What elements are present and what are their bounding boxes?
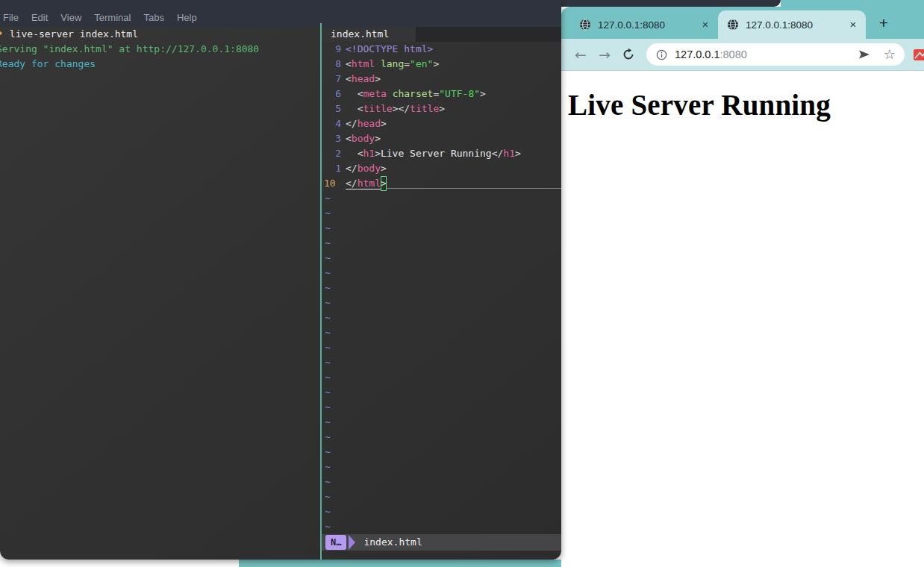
vim-tabline: index.html bbox=[322, 27, 561, 42]
vim-empty-line: ~ bbox=[322, 385, 561, 400]
vim-code-line: 4</head> bbox=[322, 116, 561, 131]
vim-code-segment: </ bbox=[346, 161, 358, 176]
vim-pane[interactable]: index.html 9<!DOCTYPE html>8<html lang="… bbox=[322, 23, 561, 560]
bookmark-star-icon[interactable]: ☆ bbox=[884, 48, 896, 61]
powerline-chevron-icon bbox=[349, 535, 355, 550]
vim-line-number: 3 bbox=[322, 131, 346, 146]
prompt-chevron-icon bbox=[0, 28, 4, 38]
vim-tab-label[interactable]: index.html bbox=[322, 27, 416, 42]
vim-empty-line: ~ bbox=[322, 474, 561, 489]
vim-empty-line: ~ bbox=[322, 370, 561, 385]
vim-cursor: > bbox=[381, 176, 387, 191]
forward-button[interactable]: → bbox=[596, 45, 614, 64]
vim-empty-line: ~ bbox=[322, 310, 561, 325]
vim-code-segment: < bbox=[346, 131, 352, 146]
vim-statusline: N… index.html bbox=[322, 534, 561, 551]
menu-item-help[interactable]: Help bbox=[175, 12, 205, 23]
shell-pane[interactable]: live-server index.htmlServing "index.htm… bbox=[0, 23, 320, 560]
url-port: :8080 bbox=[719, 48, 746, 60]
vim-empty-line: ~ bbox=[322, 325, 561, 340]
globe-favicon-icon bbox=[579, 19, 591, 31]
vim-code-segment: h1 bbox=[363, 146, 375, 161]
vim-empty-line: ~ bbox=[322, 340, 561, 355]
extension-icon[interactable] bbox=[914, 48, 924, 61]
vim-code-segment: lang bbox=[381, 57, 404, 72]
vim-tilde: ~ bbox=[322, 474, 331, 489]
address-bar[interactable]: 127.0.0.1 :8080 ☆ bbox=[646, 43, 905, 66]
browser-tab-1[interactable]: 127.0.0.1:8080× bbox=[570, 10, 718, 39]
menu-item-edit[interactable]: Edit bbox=[29, 12, 56, 23]
reload-icon bbox=[622, 48, 635, 61]
vim-code-segment: h1 bbox=[503, 146, 515, 161]
vim-empty-line: ~ bbox=[322, 504, 561, 519]
shell-command: live-server index.html bbox=[4, 28, 138, 40]
tab-close-button[interactable]: × bbox=[846, 18, 860, 31]
vim-code-line: 8<html lang="en"> bbox=[322, 57, 561, 72]
vim-tilde: ~ bbox=[322, 295, 331, 310]
menu-item-tabs[interactable]: Tabs bbox=[141, 12, 172, 23]
new-tab-button[interactable]: + bbox=[873, 12, 894, 34]
back-button[interactable]: ← bbox=[572, 45, 590, 64]
vim-tilde: ~ bbox=[322, 236, 331, 251]
browser-window: 127.0.0.1:8080×127.0.0.1:8080×+ ← → bbox=[561, 0, 924, 567]
globe-favicon-icon bbox=[727, 19, 739, 31]
vim-tilde: ~ bbox=[322, 400, 331, 415]
tab-close-button[interactable]: × bbox=[699, 18, 712, 31]
vim-code-segment: ></ bbox=[393, 101, 410, 116]
vim-empty-line: ~ bbox=[322, 281, 561, 295]
vim-line-number: 10 bbox=[322, 176, 346, 191]
vim-tilde: ~ bbox=[322, 221, 331, 236]
vim-line-number: 7 bbox=[322, 72, 346, 87]
menu-item-file[interactable]: File bbox=[1, 12, 27, 23]
vim-code-segment: head bbox=[352, 72, 375, 87]
tab-strip: 127.0.0.1:8080×127.0.0.1:8080×+ bbox=[561, 7, 924, 39]
vim-tilde: ~ bbox=[322, 445, 331, 460]
vim-code-line: 10</html> bbox=[322, 176, 561, 191]
vim-code-segment: body bbox=[358, 161, 381, 176]
vim-tilde: ~ bbox=[322, 415, 331, 430]
vim-line-number: 6 bbox=[322, 87, 346, 101]
tab-title: 127.0.0.1:8080 bbox=[746, 19, 842, 31]
vim-tilde: ~ bbox=[322, 355, 331, 370]
tab-title: 127.0.0.1:8080 bbox=[598, 19, 694, 31]
vim-code-segment: = bbox=[433, 87, 439, 101]
vim-code-segment: > bbox=[480, 87, 486, 101]
menu-item-view[interactable]: View bbox=[58, 12, 90, 23]
browser-tab-2[interactable]: 127.0.0.1:8080× bbox=[718, 10, 866, 39]
vim-mode-badge: N… bbox=[325, 535, 346, 550]
vim-code-line: 3<body> bbox=[322, 131, 561, 146]
send-to-device-icon[interactable] bbox=[858, 48, 871, 61]
vim-code-segment: body bbox=[352, 131, 375, 146]
vim-code-segment: < bbox=[346, 146, 363, 161]
vim-code-segment: < bbox=[346, 72, 352, 87]
vim-tilde: ~ bbox=[322, 504, 331, 519]
shell-prompt-line: live-server index.html bbox=[0, 27, 320, 42]
vim-code-line: 2 <h1>Live Server Running</h1> bbox=[322, 146, 561, 161]
vim-code-segment: html bbox=[358, 176, 381, 191]
vim-tilde: ~ bbox=[322, 385, 331, 400]
vim-empty-line: ~ bbox=[322, 445, 561, 460]
vim-empty-line: ~ bbox=[322, 251, 561, 266]
vim-line-number: 4 bbox=[322, 116, 346, 131]
vim-empty-line: ~ bbox=[322, 221, 561, 236]
vim-empty-line: ~ bbox=[322, 295, 561, 310]
vim-code-segment: "UTF-8" bbox=[439, 87, 480, 101]
vim-code-segment: <!DOCTYPE html> bbox=[346, 42, 433, 57]
site-info-icon[interactable] bbox=[655, 48, 668, 61]
menu-item-terminal[interactable]: Terminal bbox=[92, 12, 139, 23]
vim-tilde: ~ bbox=[322, 191, 331, 206]
reload-button[interactable] bbox=[619, 45, 637, 64]
vim-line-number: 1 bbox=[322, 161, 346, 176]
vim-buffer: 9<!DOCTYPE html>8<html lang="en">7<head>… bbox=[322, 42, 561, 534]
vim-code-line: 1</body> bbox=[322, 161, 561, 176]
vim-line-number: 8 bbox=[322, 57, 346, 72]
vim-code-line: 6 <meta charset="UTF-8"> bbox=[322, 87, 561, 101]
vim-code-segment: title bbox=[410, 101, 439, 116]
vim-empty-line: ~ bbox=[322, 415, 561, 430]
vim-code-line: 7<head> bbox=[322, 72, 561, 87]
vim-code-segment: title bbox=[363, 101, 392, 116]
vim-code-segment: html bbox=[352, 57, 375, 72]
statusline-filename: index.html bbox=[363, 535, 422, 550]
vim-tilde: ~ bbox=[322, 460, 331, 474]
vim-code-segment: < bbox=[346, 57, 352, 72]
